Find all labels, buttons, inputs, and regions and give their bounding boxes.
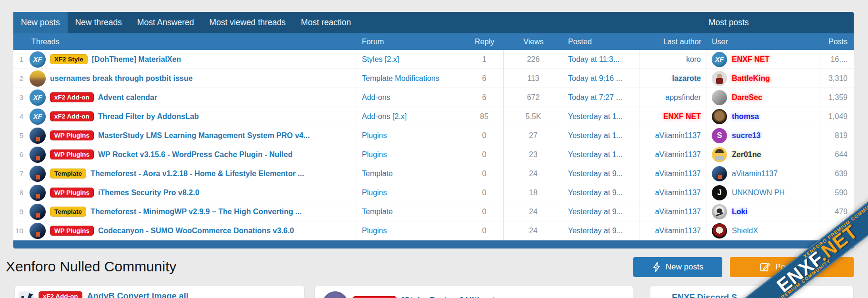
tab-new-threads[interactable]: New threads <box>68 12 130 33</box>
user-avatar[interactable]: XF <box>712 52 727 67</box>
thread-title-link[interactable]: Thread Filter by AddonsLab <box>98 112 199 121</box>
resource-title-link[interactable]: AndyB Convert image all <box>87 291 189 298</box>
forum-link[interactable]: Styles [2.x] <box>362 55 399 64</box>
posted-time-link[interactable]: Yesterday at 1... <box>568 150 623 159</box>
resource-prefix-badge[interactable]: xF2 Add-on <box>353 296 397 298</box>
user-avatar[interactable]: J <box>712 185 727 200</box>
forum-link[interactable]: Plugins <box>362 131 387 140</box>
last-author-link[interactable]: koro <box>686 55 701 64</box>
thread-avatar-xenforo[interactable]: XF <box>30 51 46 68</box>
tab-new-posts[interactable]: New posts <box>13 12 68 33</box>
top-poster-link[interactable]: DareSec <box>732 93 762 102</box>
new-posts-button[interactable]: New posts <box>633 257 722 277</box>
posted-time-link[interactable]: Yesterday at 1... <box>568 131 623 140</box>
forum-link[interactable]: Template <box>362 208 393 216</box>
forum-link[interactable]: Template Modifications <box>362 74 439 83</box>
resource-title-link[interactable]: [StylesFactory] Ultimate <box>401 296 499 298</box>
table-row: 8 WP Plugins iThemes Security Pro v8.2.0… <box>13 183 854 202</box>
latest-resource-card[interactable]: xF2 Add-on [StylesFactory] Ultimate <box>314 286 633 298</box>
posted-time-link[interactable]: Yesterday at 9... <box>568 189 623 197</box>
thread-title-link[interactable]: Themeforest - Aora v1.2.18 - Home & Life… <box>90 169 304 178</box>
posted-time-link[interactable]: Yesterday at 1... <box>568 112 623 121</box>
last-author-link[interactable]: aVitamin1137 <box>655 150 701 159</box>
forum-link[interactable]: Plugins <box>362 189 387 197</box>
forum-link[interactable]: Template <box>362 169 393 178</box>
last-author-link[interactable]: aVitamin1137 <box>655 189 701 197</box>
thread-title-link[interactable]: usernames break through postbit issue <box>50 74 193 83</box>
top-poster-link[interactable]: Zer01ne <box>732 150 761 159</box>
forum-link[interactable]: Plugins <box>362 150 387 159</box>
posted-time-link[interactable]: Today at 7:27 ... <box>568 93 622 102</box>
thread-prefix-badge[interactable]: Template <box>50 169 86 179</box>
row-number: 2 <box>13 69 28 88</box>
last-author-link[interactable]: aVitamin1137 <box>655 208 701 216</box>
row-number: 4 <box>13 107 28 126</box>
thread-avatar-wp[interactable] <box>30 204 46 220</box>
tab-most-answered[interactable]: Most Answered <box>130 12 202 33</box>
last-author-link[interactable]: appsfinder <box>665 93 701 102</box>
user-avatar[interactable] <box>712 109 727 124</box>
top-poster-link[interactable]: Loki <box>732 208 748 216</box>
thread-avatar-wp[interactable] <box>30 166 46 182</box>
forum-link[interactable]: Plugins <box>362 227 387 235</box>
user-avatar[interactable] <box>712 90 727 105</box>
top-poster-link[interactable]: ShieldX <box>732 227 758 235</box>
top-poster-link[interactable]: UNKNOWN PH <box>732 189 785 197</box>
posted-time-link[interactable]: Yesterday at 9... <box>568 169 623 178</box>
thread-prefix-badge[interactable]: xF2 Add-on <box>50 92 94 103</box>
tab-most-reaction[interactable]: Most reaction <box>293 12 359 33</box>
top-poster-link[interactable]: BattleKing <box>732 74 770 83</box>
thread-prefix-badge[interactable]: WP Plugins <box>50 226 94 236</box>
views-count: 18 <box>504 183 563 202</box>
thread-avatar-xenforo[interactable]: XF <box>30 89 46 106</box>
discord-link[interactable]: ENXF Discord S... <box>672 293 744 298</box>
thread-title-link[interactable]: Advent calendar <box>98 93 157 102</box>
user-avatar[interactable] <box>712 71 727 86</box>
post-count: 3,310 <box>820 69 854 88</box>
thread-title-link[interactable]: WP Rocket v3.15.6 - WordPress Cache Plug… <box>98 150 292 159</box>
reply-count: 85 <box>465 107 504 126</box>
posted-time-link[interactable]: Yesterday at 9... <box>568 227 623 235</box>
thread-title-link[interactable]: MasterStudy LMS Learning Management Syst… <box>98 131 310 140</box>
last-author-link[interactable]: ENXF NET <box>663 112 701 121</box>
posted-time-link[interactable]: Today at 9:16 ... <box>568 74 622 83</box>
thread-avatar-wp[interactable] <box>30 223 46 239</box>
thread-prefix-badge[interactable]: XF2 Style <box>50 54 88 65</box>
user-avatar[interactable] <box>712 223 727 238</box>
top-poster-link[interactable]: sucre13 <box>732 131 761 140</box>
thread-prefix-badge[interactable]: xF2 Add-on <box>50 111 94 122</box>
user-avatar[interactable]: S <box>712 128 727 143</box>
thread-avatar-wp[interactable] <box>30 147 46 163</box>
user-avatar[interactable] <box>712 166 727 181</box>
forum-link[interactable]: Add-ons <box>362 93 390 102</box>
last-author-link[interactable]: aVitamin1137 <box>655 227 701 235</box>
latest-resource-card[interactable]: xF2 Add-on AndyB Convert image all <box>14 286 305 298</box>
last-author-link[interactable]: aVitamin1137 <box>655 169 701 178</box>
last-author-link[interactable]: aVitamin1137 <box>655 131 701 140</box>
forum-link[interactable]: Add-ons [2.x] <box>362 112 407 121</box>
posted-time-link[interactable]: Yesterday at 9... <box>568 208 623 216</box>
column-header-posts: Posts <box>820 33 854 50</box>
posted-time-link[interactable]: Today at 11:3... <box>568 55 619 64</box>
tab-most-viewed-threads[interactable]: Most viewed threads <box>202 12 294 33</box>
thread-title-link[interactable]: [DohTheme] MaterialXen <box>92 55 181 64</box>
last-author-link[interactable]: lazarote <box>672 74 701 83</box>
thread-title-link[interactable]: Themeforest - MinimogWP v2.9.9 – The Hig… <box>90 208 301 216</box>
thread-avatar-wp[interactable] <box>30 185 46 201</box>
thread-prefix-badge[interactable]: WP Plugins <box>50 130 94 141</box>
thread-avatar-wp[interactable] <box>30 128 46 144</box>
thread-prefix-badge[interactable]: Template <box>50 207 86 217</box>
top-poster-link[interactable]: thomsa <box>732 112 759 121</box>
reply-count: 6 <box>465 69 504 88</box>
top-poster-link[interactable]: ENXF NET <box>732 55 769 64</box>
thread-title-link[interactable]: Codecanyon - SUMO WooCommerce Donations … <box>98 227 294 235</box>
thread-prefix-badge[interactable]: WP Plugins <box>50 188 94 198</box>
user-avatar[interactable] <box>712 147 727 162</box>
thread-prefix-badge[interactable]: WP Plugins <box>50 149 94 160</box>
thread-avatar-photo[interactable] <box>30 70 46 87</box>
user-avatar[interactable] <box>712 204 727 219</box>
top-poster-link[interactable]: aVitamin1137 <box>732 169 778 178</box>
thread-avatar-xenforo[interactable]: XF <box>30 109 46 125</box>
thread-title-link[interactable]: iThemes Security Pro v8.2.0 <box>98 189 200 197</box>
resource-prefix-badge[interactable]: xF2 Add-on <box>39 291 82 298</box>
